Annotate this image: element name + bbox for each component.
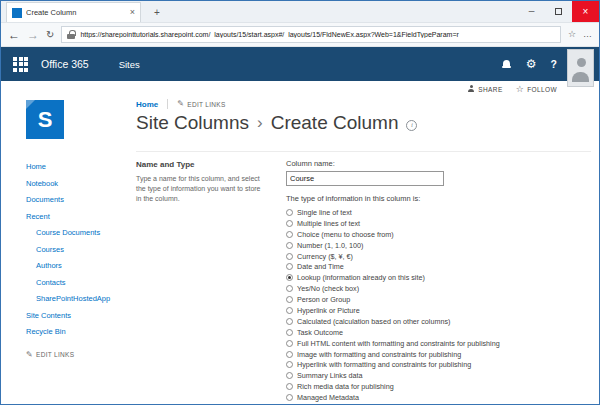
share-button[interactable]: SHARE xyxy=(467,85,502,93)
sidebar-item-contacts[interactable]: Contacts xyxy=(26,275,131,292)
refresh-button[interactable]: ↻ xyxy=(46,30,54,40)
sidebar-edit-links-button[interactable]: ✎ EDIT LINKS xyxy=(26,351,131,359)
sidebar-item-recent[interactable]: Recent xyxy=(26,209,131,226)
type-option-row[interactable]: Managed Metadata xyxy=(286,392,591,403)
type-of-information-label: The type of information in this column i… xyxy=(286,194,591,203)
browser-window: Create Column × + ─ × ← → ↻ https://shar… xyxy=(0,0,600,405)
type-option-row[interactable]: Multiple lines of text xyxy=(286,218,591,229)
form-fields: Column name: The type of information in … xyxy=(286,159,591,403)
radio-button[interactable] xyxy=(286,372,293,379)
maximize-button[interactable] xyxy=(545,1,572,22)
page-title: Site Columns › Create Column i xyxy=(136,112,417,134)
radio-button[interactable] xyxy=(286,231,293,238)
tab-title: Create Column xyxy=(26,8,126,17)
browser-tab[interactable]: Create Column × xyxy=(6,2,141,22)
breadcrumb-divider xyxy=(167,99,168,109)
create-column-form: Name and Type Type a name for this colum… xyxy=(136,151,591,404)
sidebar-item-home[interactable]: Home xyxy=(26,159,131,176)
edit-links-label: EDIT LINKS xyxy=(187,101,225,108)
back-button[interactable]: ← xyxy=(8,29,20,41)
sharepoint-logo: S xyxy=(26,100,64,139)
type-option-row[interactable]: Hyperlink or Picture xyxy=(286,305,591,316)
address-bar[interactable]: https://sharepointtutorials.sharepoint.c… xyxy=(61,26,561,43)
sidebar-item-documents[interactable]: Documents xyxy=(26,192,131,209)
radio-button[interactable] xyxy=(286,394,293,401)
radio-button[interactable] xyxy=(286,296,293,303)
new-tab-button[interactable]: + xyxy=(149,5,165,20)
sidebar-item-course-documents[interactable]: Course Documents xyxy=(26,225,131,242)
type-option-row[interactable]: Image with formatting and constraints fo… xyxy=(286,349,591,360)
radio-button[interactable] xyxy=(286,351,293,358)
radio-button[interactable] xyxy=(286,383,293,390)
sharepoint-favicon-icon xyxy=(12,8,22,18)
radio-button[interactable] xyxy=(286,220,293,227)
sharepoint-logo-letter: S xyxy=(38,107,53,133)
radio-button[interactable] xyxy=(286,285,293,292)
type-option-row[interactable]: Task Outcome xyxy=(286,327,591,338)
help-icon[interactable]: ? xyxy=(551,59,557,70)
radio-button[interactable] xyxy=(286,209,293,216)
office365-brand-link[interactable]: Office 365 xyxy=(41,58,89,70)
breadcrumb: Home ✎ EDIT LINKS xyxy=(136,99,226,109)
edit-links-button[interactable]: ✎ EDIT LINKS xyxy=(177,100,225,108)
radio-button[interactable] xyxy=(286,329,293,336)
type-option-row[interactable]: Summary Links data xyxy=(286,370,591,381)
url-text: https://sharepointtutorials.sharepoint.c… xyxy=(80,31,555,38)
type-option-row[interactable]: Rich media data for publishing xyxy=(286,381,591,392)
favorites-star-icon[interactable]: ☆ xyxy=(568,30,576,39)
sites-link[interactable]: Sites xyxy=(119,59,140,70)
breadcrumb-home-link[interactable]: Home xyxy=(136,100,158,109)
type-option-row[interactable]: Full HTML content with formatting and co… xyxy=(286,338,591,349)
browser-tab-bar: Create Column × + ─ × xyxy=(1,1,599,23)
column-name-label: Column name: xyxy=(286,159,591,168)
type-option-row[interactable]: Number (1, 1.0, 100) xyxy=(286,240,591,251)
type-option-row[interactable]: Lookup (information already on this site… xyxy=(286,272,591,283)
section-title: Name and Type xyxy=(136,160,276,169)
page-actions-row: SHARE ☆ FOLLOW xyxy=(1,81,599,97)
info-icon[interactable]: i xyxy=(406,120,417,131)
tab-close-icon[interactable]: × xyxy=(130,8,135,17)
column-name-input[interactable] xyxy=(286,171,444,186)
type-option-row[interactable]: Hyperlink with formatting and constraint… xyxy=(286,359,591,370)
type-option-row[interactable]: Single line of text xyxy=(286,207,591,218)
sidebar-item-authors[interactable]: Authors xyxy=(26,258,131,275)
type-options-list: Single line of text Multiple lines of te… xyxy=(286,207,591,403)
settings-gear-icon[interactable]: ⚙ xyxy=(526,58,537,70)
title-create-column: Create Column xyxy=(271,112,399,134)
window-controls: ─ × xyxy=(518,1,599,22)
page-content: Home Notebook Documents Recent Course Do… xyxy=(1,151,599,404)
radio-button[interactable] xyxy=(286,253,293,260)
radio-button[interactable] xyxy=(286,340,293,347)
maximize-icon xyxy=(555,8,562,15)
lock-icon xyxy=(67,30,75,40)
radio-button[interactable] xyxy=(286,242,293,249)
user-avatar[interactable] xyxy=(567,49,594,87)
type-option-row[interactable]: Choice (menu to choose from) xyxy=(286,229,591,240)
radio-button[interactable] xyxy=(286,274,293,281)
follow-button[interactable]: ☆ FOLLOW xyxy=(516,85,557,94)
share-label: SHARE xyxy=(478,86,502,93)
more-icon[interactable]: … xyxy=(583,30,592,39)
minimize-button[interactable]: ─ xyxy=(518,1,545,22)
forward-button[interactable]: → xyxy=(27,29,39,41)
page-header: S Home ✎ EDIT LINKS Site Columns › Creat… xyxy=(1,97,599,151)
type-option-row[interactable]: Currency ($, ¥, €) xyxy=(286,251,591,262)
sidebar-item-notebook[interactable]: Notebook xyxy=(26,176,131,193)
type-option-row[interactable]: Person or Group xyxy=(286,294,591,305)
type-option-row[interactable]: Yes/No (check box) xyxy=(286,283,591,294)
sidebar-item-sharepointhostedapp[interactable]: SharePointHostedApp xyxy=(26,291,131,308)
title-site-columns: Site Columns xyxy=(136,112,249,134)
radio-button[interactable] xyxy=(286,318,293,325)
sidebar-item-site-contents[interactable]: Site Contents xyxy=(26,308,131,325)
type-option-row[interactable]: Calculated (calculation based on other c… xyxy=(286,316,591,327)
sidebar-item-recycle-bin[interactable]: Recycle Bin xyxy=(26,324,131,341)
app-launcher-icon[interactable] xyxy=(13,57,28,72)
type-option-row[interactable]: Date and Time xyxy=(286,261,591,272)
radio-button[interactable] xyxy=(286,263,293,270)
radio-button[interactable] xyxy=(286,361,293,368)
notifications-bell-icon[interactable] xyxy=(501,59,512,70)
title-separator: › xyxy=(257,113,263,133)
radio-button[interactable] xyxy=(286,307,293,314)
sidebar-item-courses[interactable]: Courses xyxy=(26,242,131,259)
close-button[interactable]: × xyxy=(572,1,599,22)
